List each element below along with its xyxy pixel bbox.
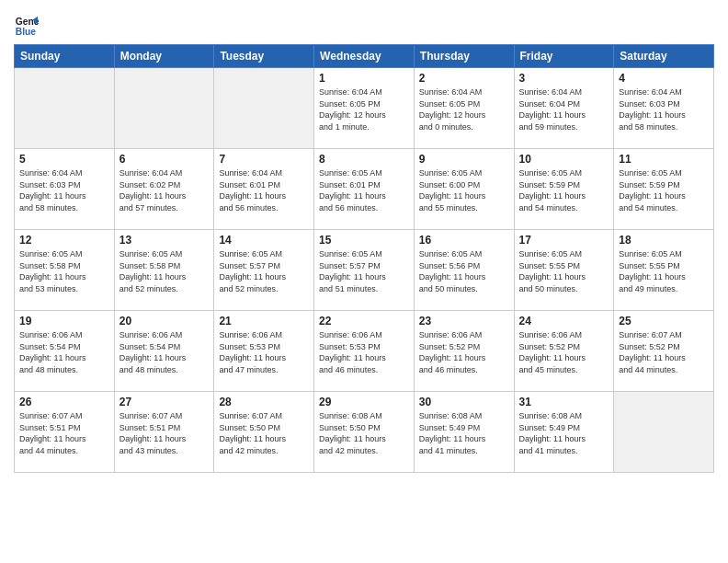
calendar-cell: 10Sunrise: 6:05 AM Sunset: 5:59 PM Dayli… [514, 149, 614, 230]
day-number: 27 [119, 396, 210, 408]
calendar-cell: 28Sunrise: 6:07 AM Sunset: 5:50 PM Dayli… [214, 392, 314, 473]
cell-info: Sunrise: 6:04 AM Sunset: 6:01 PM Dayligh… [219, 167, 309, 213]
calendar-cell: 20Sunrise: 6:06 AM Sunset: 5:54 PM Dayli… [114, 311, 214, 392]
cell-info: Sunrise: 6:04 AM Sunset: 6:05 PM Dayligh… [419, 86, 509, 132]
day-number: 12 [19, 234, 109, 247]
day-number: 13 [119, 234, 210, 247]
calendar-cell: 13Sunrise: 6:05 AM Sunset: 5:58 PM Dayli… [114, 230, 214, 311]
calendar-cell: 4Sunrise: 6:04 AM Sunset: 6:03 PM Daylig… [614, 68, 714, 149]
cell-info: Sunrise: 6:08 AM Sunset: 5:50 PM Dayligh… [319, 410, 409, 456]
day-number: 30 [419, 396, 509, 408]
cell-info: Sunrise: 6:06 AM Sunset: 5:53 PM Dayligh… [219, 329, 309, 375]
calendar-cell: 14Sunrise: 6:05 AM Sunset: 5:57 PM Dayli… [214, 230, 314, 311]
cell-info: Sunrise: 6:08 AM Sunset: 5:49 PM Dayligh… [519, 410, 609, 456]
weekday-header-saturday: Saturday [614, 45, 714, 68]
day-number: 24 [519, 315, 609, 327]
calendar-cell [114, 68, 214, 149]
calendar-cell: 1Sunrise: 6:04 AM Sunset: 6:05 PM Daylig… [314, 68, 415, 149]
day-number: 23 [419, 315, 509, 327]
day-number: 2 [419, 72, 509, 85]
calendar-cell: 5Sunrise: 6:04 AM Sunset: 6:03 PM Daylig… [15, 149, 115, 230]
calendar-week-5: 26Sunrise: 6:07 AM Sunset: 5:51 PM Dayli… [15, 392, 714, 473]
cell-info: Sunrise: 6:04 AM Sunset: 6:03 PM Dayligh… [619, 86, 709, 132]
calendar-cell: 26Sunrise: 6:07 AM Sunset: 5:51 PM Dayli… [15, 392, 115, 473]
day-number: 31 [519, 396, 609, 408]
cell-info: Sunrise: 6:05 AM Sunset: 5:57 PM Dayligh… [219, 248, 309, 294]
calendar-cell: 11Sunrise: 6:05 AM Sunset: 5:59 PM Dayli… [614, 149, 714, 230]
calendar-cell: 21Sunrise: 6:06 AM Sunset: 5:53 PM Dayli… [214, 311, 314, 392]
calendar-cell: 27Sunrise: 6:07 AM Sunset: 5:51 PM Dayli… [114, 392, 214, 473]
calendar-cell: 17Sunrise: 6:05 AM Sunset: 5:55 PM Dayli… [514, 230, 614, 311]
weekday-header-thursday: Thursday [414, 45, 514, 68]
day-number: 28 [219, 396, 309, 408]
cell-info: Sunrise: 6:05 AM Sunset: 5:57 PM Dayligh… [319, 248, 409, 294]
calendar-cell: 8Sunrise: 6:05 AM Sunset: 6:01 PM Daylig… [314, 149, 415, 230]
cell-info: Sunrise: 6:05 AM Sunset: 5:55 PM Dayligh… [619, 248, 709, 294]
day-number: 3 [519, 72, 609, 85]
cell-info: Sunrise: 6:07 AM Sunset: 5:50 PM Dayligh… [219, 410, 309, 456]
day-number: 8 [319, 153, 409, 166]
day-number: 11 [619, 153, 709, 166]
cell-info: Sunrise: 6:07 AM Sunset: 5:51 PM Dayligh… [119, 410, 210, 456]
cell-info: Sunrise: 6:07 AM Sunset: 5:51 PM Dayligh… [19, 410, 109, 456]
day-number: 26 [19, 396, 109, 408]
cell-info: Sunrise: 6:05 AM Sunset: 5:59 PM Dayligh… [519, 167, 609, 213]
day-number: 29 [319, 396, 409, 408]
cell-info: Sunrise: 6:06 AM Sunset: 5:52 PM Dayligh… [519, 329, 609, 375]
weekday-header-row: SundayMondayTuesdayWednesdayThursdayFrid… [15, 45, 714, 68]
day-number: 7 [219, 153, 309, 166]
calendar-cell: 6Sunrise: 6:04 AM Sunset: 6:02 PM Daylig… [114, 149, 214, 230]
day-number: 4 [619, 72, 709, 85]
calendar-cell: 3Sunrise: 6:04 AM Sunset: 6:04 PM Daylig… [514, 68, 614, 149]
calendar-cell: 24Sunrise: 6:06 AM Sunset: 5:52 PM Dayli… [514, 311, 614, 392]
calendar-table: SundayMondayTuesdayWednesdayThursdayFrid… [14, 44, 714, 473]
calendar-cell [15, 68, 115, 149]
weekday-header-wednesday: Wednesday [314, 45, 415, 68]
cell-info: Sunrise: 6:04 AM Sunset: 6:03 PM Dayligh… [19, 167, 109, 213]
calendar-cell: 16Sunrise: 6:05 AM Sunset: 5:56 PM Dayli… [414, 230, 514, 311]
calendar-week-1: 1Sunrise: 6:04 AM Sunset: 6:05 PM Daylig… [15, 68, 714, 149]
day-number: 19 [19, 315, 109, 327]
cell-info: Sunrise: 6:06 AM Sunset: 5:54 PM Dayligh… [19, 329, 109, 375]
cell-info: Sunrise: 6:05 AM Sunset: 5:58 PM Dayligh… [119, 248, 210, 294]
day-number: 18 [619, 234, 709, 247]
header-area: General Blue [14, 9, 714, 39]
calendar-cell: 15Sunrise: 6:05 AM Sunset: 5:57 PM Dayli… [314, 230, 415, 311]
calendar-cell: 23Sunrise: 6:06 AM Sunset: 5:52 PM Dayli… [414, 311, 514, 392]
weekday-header-sunday: Sunday [15, 45, 115, 68]
logo: General Blue [14, 13, 40, 39]
day-number: 10 [519, 153, 609, 166]
logo-icon: General Blue [14, 13, 40, 39]
cell-info: Sunrise: 6:05 AM Sunset: 6:01 PM Dayligh… [319, 167, 409, 213]
calendar-cell: 2Sunrise: 6:04 AM Sunset: 6:05 PM Daylig… [414, 68, 514, 149]
day-number: 25 [619, 315, 709, 327]
calendar-cell [214, 68, 314, 149]
cell-info: Sunrise: 6:08 AM Sunset: 5:49 PM Dayligh… [419, 410, 509, 456]
cell-info: Sunrise: 6:04 AM Sunset: 6:05 PM Dayligh… [319, 86, 409, 132]
cell-info: Sunrise: 6:06 AM Sunset: 5:53 PM Dayligh… [319, 329, 409, 375]
day-number: 9 [419, 153, 509, 166]
calendar-cell: 19Sunrise: 6:06 AM Sunset: 5:54 PM Dayli… [15, 311, 115, 392]
calendar-cell: 7Sunrise: 6:04 AM Sunset: 6:01 PM Daylig… [214, 149, 314, 230]
cell-info: Sunrise: 6:04 AM Sunset: 6:02 PM Dayligh… [119, 167, 210, 213]
calendar-cell: 30Sunrise: 6:08 AM Sunset: 5:49 PM Dayli… [414, 392, 514, 473]
calendar-cell: 22Sunrise: 6:06 AM Sunset: 5:53 PM Dayli… [314, 311, 415, 392]
day-number: 21 [219, 315, 309, 327]
calendar-cell: 18Sunrise: 6:05 AM Sunset: 5:55 PM Dayli… [614, 230, 714, 311]
cell-info: Sunrise: 6:05 AM Sunset: 5:59 PM Dayligh… [619, 167, 709, 213]
svg-text:Blue: Blue [16, 27, 37, 37]
weekday-header-monday: Monday [114, 45, 214, 68]
day-number: 15 [319, 234, 409, 247]
cell-info: Sunrise: 6:04 AM Sunset: 6:04 PM Dayligh… [519, 86, 609, 132]
day-number: 5 [19, 153, 109, 166]
day-number: 20 [119, 315, 210, 327]
cell-info: Sunrise: 6:07 AM Sunset: 5:52 PM Dayligh… [619, 329, 709, 375]
day-number: 6 [119, 153, 210, 166]
cell-info: Sunrise: 6:05 AM Sunset: 6:00 PM Dayligh… [419, 167, 509, 213]
day-number: 14 [219, 234, 309, 247]
page: General Blue SundayMondayTuesdayWednesda… [0, 0, 728, 482]
calendar-cell: 25Sunrise: 6:07 AM Sunset: 5:52 PM Dayli… [614, 311, 714, 392]
cell-info: Sunrise: 6:06 AM Sunset: 5:54 PM Dayligh… [119, 329, 210, 375]
calendar-cell: 9Sunrise: 6:05 AM Sunset: 6:00 PM Daylig… [414, 149, 514, 230]
calendar-week-2: 5Sunrise: 6:04 AM Sunset: 6:03 PM Daylig… [15, 149, 714, 230]
